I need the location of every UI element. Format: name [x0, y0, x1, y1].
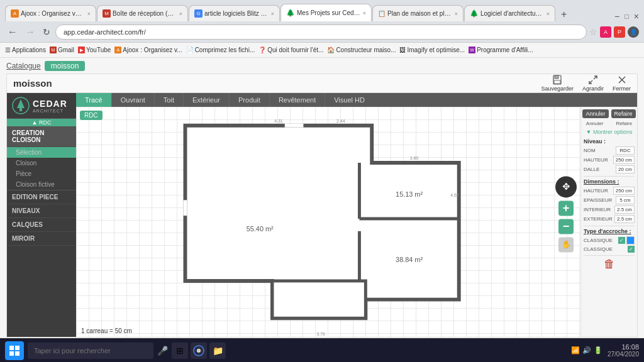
bookmark-gmail[interactable]: M Gmail — [50, 47, 74, 53]
interieur-value[interactable]: 2.5 cm — [614, 206, 635, 214]
left-sidebar: CEDAR ARCHITECT ▲ RDC CREATION CLOISON S… — [7, 93, 76, 337]
niveau-section-title: Niveau : — [584, 138, 635, 145]
minimize-button[interactable]: − — [614, 11, 619, 21]
ext-icon-2[interactable]: P — [614, 26, 625, 38]
taskbar-explorer-icon[interactable]: 📁 — [209, 343, 226, 359]
svg-marker-8 — [17, 99, 25, 108]
toolbar-tab-toit[interactable]: Toit — [155, 93, 184, 107]
toolbar-tab-ouvrant[interactable]: Ouvrant — [112, 93, 155, 107]
logo-sub: ARCHITECT — [33, 109, 67, 113]
toolbar-tab-visuel-hd[interactable]: Visuel HD — [325, 93, 374, 107]
expand-button[interactable]: Agrandir — [582, 75, 604, 92]
save-icon — [552, 75, 562, 85]
delete-button[interactable]: 🗑 — [584, 258, 635, 271]
catalogue-link[interactable]: Catalogue — [6, 62, 41, 70]
hauteur-value[interactable]: 250 cm — [613, 156, 635, 164]
classique1-label: CLASSIQUE — [584, 238, 613, 243]
battery-icon[interactable]: 🔋 — [594, 346, 602, 354]
breadcrumb: Catalogue moisson — [6, 61, 638, 71]
zoom-out-button[interactable]: − — [558, 219, 574, 234]
close-editor-icon — [617, 75, 627, 85]
bookmark-qui[interactable]: ❓ Qui doit fournir l'ét... — [258, 47, 323, 53]
dim-hauteur-value[interactable]: 250 cm — [613, 187, 635, 195]
sidebar-item-miroir[interactable]: MIROIR — [7, 232, 76, 246]
svg-rect-24 — [9, 346, 14, 350]
new-tab-button[interactable]: + — [556, 8, 572, 21]
toolbar-tab-revetement[interactable]: Revêtement — [270, 93, 325, 107]
url-text: app.cedar-architect.com/fr/ — [64, 28, 146, 36]
forward-button[interactable]: → — [23, 25, 38, 39]
bookmark-ajoox[interactable]: A Ajoox : Organisez v... — [114, 47, 182, 53]
toolbar-tab-exterieur[interactable]: Extérieur — [184, 93, 230, 107]
sidebar-sub-cloison[interactable]: Cloison — [7, 158, 76, 168]
svg-text:4.31: 4.31 — [274, 119, 283, 123]
taskbar-widgets-icon[interactable]: ⊞ — [172, 343, 188, 359]
taskbar-search[interactable] — [28, 343, 153, 359]
hauteur-row: HAUTEUR 250 cm — [584, 156, 635, 164]
tab-1[interactable]: A Ajoox : Organisez vos favoris... × — [5, 5, 96, 21]
classique1-checkbox[interactable]: ✓ — [618, 237, 625, 244]
taskbar-mic-icon[interactable]: 🎤 — [157, 346, 168, 356]
sidebar-sub-cloison-fictive[interactable]: Cloison fictive — [7, 179, 76, 190]
sidebar-sub-selection[interactable]: Sélection — [7, 147, 76, 158]
taskbar-icons-group: ⊞ 📁 — [172, 343, 226, 359]
sidebar-item-edition-piece[interactable]: EDITION PIECE — [7, 190, 76, 204]
save-button[interactable]: Sauvegarder — [541, 75, 574, 92]
sidebar-item-calques[interactable]: CALQUES — [7, 218, 76, 232]
pan-button[interactable]: ✋ — [558, 237, 574, 252]
svg-rect-26 — [9, 351, 14, 356]
close-editor-button[interactable]: Fermer — [613, 75, 631, 92]
nom-value[interactable]: RDC — [616, 146, 635, 155]
canvas-area[interactable]: RDC — [76, 107, 580, 337]
toolbar-tab-trace[interactable]: Tracé — [76, 93, 112, 107]
system-tray-icons: 📶 🔊 🔋 — [571, 346, 602, 354]
classique1-color[interactable] — [626, 236, 635, 244]
star-icon[interactable]: ☆ — [589, 27, 597, 37]
move-pad[interactable]: ✥ — [555, 176, 577, 197]
maximize-button[interactable]: □ — [625, 13, 629, 20]
canvas-right-wrapper: RDC — [76, 107, 637, 337]
browser-window: A Ajoox : Organisez vos favoris... × M B… — [0, 0, 644, 351]
taskbar-clock[interactable]: 16:08 27/04/2020 — [608, 343, 639, 358]
epaisseur-row: EPAISSEUR 5 cm — [584, 196, 635, 204]
taskbar-browser-icon[interactable] — [191, 343, 207, 359]
bookmark-youtube[interactable]: ▶ YouTube — [78, 47, 111, 53]
back-button[interactable]: ← — [5, 25, 20, 39]
tab-6[interactable]: 🌲 Logiciel d'architecture en ligne... × — [464, 5, 555, 21]
bookmark-imagify[interactable]: 🖼 Imagify et optimise... — [399, 47, 465, 53]
bookmark-apps[interactable]: ☰ Applications — [5, 47, 46, 53]
tab-2[interactable]: M Boîte de réception (3) - jmois... × — [97, 5, 188, 21]
show-options[interactable]: ▼ Montrer options — [584, 129, 635, 135]
bookmark-constructeur[interactable]: 🏠 Constructeur maiso... — [327, 47, 396, 53]
classique2-checkbox[interactable]: ✓ — [628, 246, 635, 253]
ext-icon-3[interactable]: 👤 — [628, 26, 639, 38]
sidebar-item-creation-cloison[interactable]: CREATION CLOISON — [7, 126, 76, 147]
bookmark-programme[interactable]: W Programme d'Affili... — [469, 47, 533, 53]
wifi-icon[interactable]: 📶 — [571, 346, 580, 354]
bookmark-compress[interactable]: 📄 Comprimez les fichi... — [186, 47, 255, 53]
url-bar[interactable]: app.cedar-architect.com/fr/ — [55, 25, 587, 40]
sidebar-item-niveaux[interactable]: NIVEAUX — [7, 204, 76, 218]
reload-button[interactable]: ↻ — [40, 26, 53, 38]
undo-label-text: Annuler Refaire — [584, 121, 635, 126]
svg-rect-25 — [15, 346, 19, 350]
epaisseur-value[interactable]: 5 cm — [616, 196, 635, 204]
exterieur-value[interactable]: 2.5 cm — [614, 215, 635, 223]
volume-icon[interactable]: 🔊 — [582, 346, 591, 354]
zoom-in-button[interactable]: + — [558, 200, 574, 216]
sidebar-sub-piece[interactable]: Pièce — [7, 168, 76, 179]
ext-icon-1[interactable]: A — [600, 26, 611, 38]
exterieur-row: EXTERIEUR 2.5 cm — [584, 215, 635, 223]
dalle-value[interactable]: 20 cm — [616, 165, 635, 173]
close-button[interactable]: × — [634, 11, 639, 21]
tab-3[interactable]: G article logiciels Blitz - Google ... × — [189, 5, 280, 21]
undo-button[interactable]: Annuler — [582, 109, 608, 118]
start-button[interactable] — [5, 341, 24, 360]
toolbar-tab-produit[interactable]: Produit — [230, 93, 270, 107]
tab-5[interactable]: 📋 Plan de maison et plan d'appi... × — [372, 5, 464, 21]
nom-label: NOM — [584, 148, 596, 153]
editor-body: CEDAR ARCHITECT ▲ RDC CREATION CLOISON S… — [7, 93, 637, 337]
redo-button[interactable]: Refaire — [611, 109, 636, 118]
current-page-badge: moisson — [45, 61, 86, 71]
tab-4[interactable]: 🌲 Mes Projets sur Cedar Archite... × — [280, 4, 372, 21]
